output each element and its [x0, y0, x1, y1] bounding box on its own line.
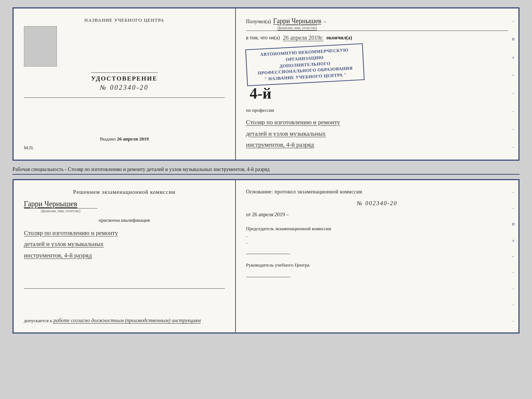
chairman-sign-line: [246, 254, 290, 254]
profession-line2: деталей и узлов музыкальных: [246, 128, 508, 140]
allow-prefix: допускается к: [24, 318, 52, 323]
date-line: в том, что он(а) 26 апреля 2019г. окончи…: [246, 35, 508, 41]
protocol-number: № 002340-20: [246, 200, 508, 207]
profession-line1: Столяр по изготовлению и ремонту: [246, 117, 508, 128]
date-prefix: от: [246, 212, 251, 217]
chairman-label: Председатель экзаменационной комиссии: [246, 226, 508, 232]
director-block: Руководитель учебного Центра: [246, 262, 508, 279]
photo-placeholder: [24, 26, 57, 67]
bottom-recipient-name: Гарри Чернышев: [24, 200, 77, 208]
date-value: 26 апреля 2019г.: [283, 35, 324, 41]
bottom-left-panel: Решением экзаменационной комиссии Гарри …: [14, 180, 236, 332]
bottom-recipient-block: Гарри Чернышев (фамилия, имя, отчество): [24, 200, 225, 213]
profession-line3: инструментов, 4-й разряд: [246, 139, 508, 151]
decision-title: Решением экзаменационной комиссии: [24, 189, 225, 195]
rank-badge: 4-й: [250, 85, 272, 102]
recipient-name: Гарри Чернышев (фамилия, имя, отчество): [273, 17, 321, 30]
mp-label: М.П.: [24, 145, 34, 151]
separator-text: Рабочая специальность - Столяр по изгото…: [12, 167, 270, 172]
bottom-profession-line1: Столяр по изготовлению и ремонту: [24, 228, 225, 239]
top-right-panel: Получил(а) Гарри Чернышев (фамилия, имя,…: [236, 8, 518, 160]
profession-label: по профессии: [246, 107, 508, 113]
bottom-date-value: 26 апреля 2019: [252, 212, 285, 217]
qualification-label: присвоена квалификация: [24, 217, 225, 223]
recipient-line: Получил(а) Гарри Чернышев (фамилия, имя,…: [246, 17, 508, 31]
cert-title: УДОСТОВЕРЕНИЕ: [91, 75, 158, 82]
bottom-document: Решением экзаменационной комиссии Гарри …: [12, 179, 520, 334]
bottom-profession-line2: деталей и узлов музыкальных: [24, 239, 225, 250]
issued-date: 26 апреля 2019: [117, 136, 149, 142]
bottom-name-sublabel: (фамилия, имя, отчество): [24, 208, 97, 213]
issued-label: Выдано: [100, 136, 116, 142]
director-sign-line: [246, 277, 290, 277]
stamp-box: АВТОНОМНУЮ НЕКОММЕРЧЕСКУЮ ОРГАНИЗАЦИЮ ДО…: [245, 43, 364, 86]
bottom-profession-line3: инструментов, 4-й разряд: [24, 250, 225, 261]
bottom-profession-text: Столяр по изготовлению и ремонту деталей…: [24, 228, 225, 261]
cert-title-block: УДОСТОВЕРЕНИЕ № 002340-20: [91, 70, 158, 92]
in-that-label: в том, что он(а): [246, 35, 280, 41]
protocol-date: от 26 апреля 2019 –: [246, 212, 508, 218]
issued-row: Выдано 26 апреля 2019: [100, 136, 149, 142]
separator-label: Рабочая специальность - Столяр по изгото…: [12, 165, 520, 175]
chairman-block: Председатель экзаменационной комиссии – …: [246, 226, 508, 254]
received-label: Получил(а): [246, 19, 271, 25]
allow-text: допускается к работе согласно должностны…: [24, 318, 225, 324]
profession-text: Столяр по изготовлению и ремонту деталей…: [246, 117, 508, 151]
finished-label: окончил(а): [326, 35, 352, 41]
director-label: Руководитель учебного Центра: [246, 262, 508, 268]
top-document: НАЗВАНИЕ УЧЕБНОГО ЦЕНТРА УДОСТОВЕРЕНИЕ №…: [12, 7, 520, 161]
cert-number: № 002340-20: [91, 84, 158, 92]
allow-handwritten: работе согласно должностным (производств…: [53, 318, 201, 323]
basis-label: Основание: протокол экзаменационной коми…: [246, 189, 508, 195]
bottom-right-panel: Основание: протокол экзаменационной коми…: [236, 180, 518, 332]
name-sublabel: (фамилия, имя, отчество): [277, 25, 317, 30]
school-title: НАЗВАНИЕ УЧЕБНОГО ЦЕНТРА: [85, 17, 164, 23]
top-left-panel: НАЗВАНИЕ УЧЕБНОГО ЦЕНТРА УДОСТОВЕРЕНИЕ №…: [14, 8, 236, 160]
